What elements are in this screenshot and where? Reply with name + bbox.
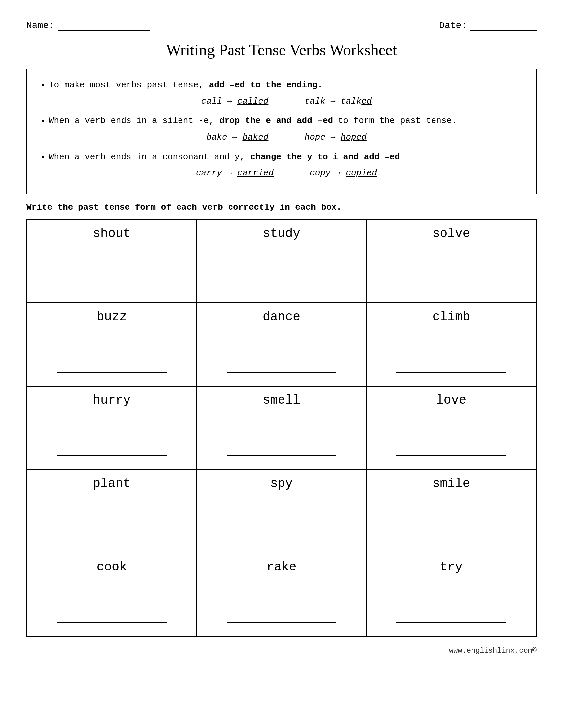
answer-line [57, 539, 166, 539]
rules-box: To make most verbs past tense, add –ed t… [26, 69, 537, 194]
table-row: cookraketry [27, 553, 536, 636]
answer-line [397, 622, 506, 623]
verb-word: buzz [34, 310, 190, 324]
verb-table: shoutstudysolvebuzzdanceclimbhurrysmelll… [26, 219, 537, 637]
table-row: shoutstudysolve [27, 219, 536, 303]
rule-2-ex1: bake → baked [206, 132, 268, 142]
verb-word: spy [204, 477, 360, 491]
verb-word: climb [373, 310, 529, 324]
rule-1: To make most verbs past tense, add –ed t… [49, 78, 524, 109]
answer-line [57, 455, 166, 456]
rule-3-examples: carry → carried copy → copied [49, 166, 524, 180]
answer-line [57, 372, 166, 373]
rule-3-ex1: carry → carried [196, 168, 273, 178]
rule-3-text: When a verb ends in a consonant and y, c… [49, 152, 400, 162]
rule-3: When a verb ends in a consonant and y, c… [49, 150, 524, 180]
answer-line [226, 372, 337, 373]
rules-list: To make most verbs past tense, add –ed t… [39, 78, 524, 180]
verb-cell: dance [197, 303, 367, 386]
verb-cell: try [366, 553, 536, 636]
name-field: Name: [26, 20, 150, 31]
answer-line [397, 289, 506, 289]
verb-cell: spy [197, 470, 367, 553]
rule-1-ex2: talk → talked [305, 96, 372, 106]
table-row: plantspysmile [27, 470, 536, 553]
answer-line [57, 289, 166, 289]
rule-2-ex2: hope → hoped [305, 132, 367, 142]
answer-line [397, 372, 506, 373]
table-row: buzzdanceclimb [27, 303, 536, 386]
verb-word: cook [34, 560, 190, 574]
verb-word: dance [204, 310, 360, 324]
verb-word: rake [204, 560, 360, 574]
answer-line [226, 622, 337, 623]
verb-cell: buzz [27, 303, 197, 386]
date-label: Date: [439, 21, 467, 31]
verb-word: study [204, 226, 360, 241]
name-label: Name: [26, 21, 54, 31]
date-line [470, 20, 537, 31]
verb-cell: solve [366, 219, 536, 303]
rule-1-examples: call → called talk → talked [49, 94, 524, 109]
verb-word: love [373, 393, 529, 407]
rule-3-ex2: copy → copied [310, 168, 377, 178]
verb-word: hurry [34, 393, 190, 407]
verb-word: plant [34, 477, 190, 491]
footer: www.englishlinx.com© [26, 647, 537, 655]
verb-word: smell [204, 393, 360, 407]
verb-table-body: shoutstudysolvebuzzdanceclimbhurrysmelll… [27, 219, 536, 636]
verb-word: try [373, 560, 529, 574]
table-row: hurrysmelllove [27, 386, 536, 470]
answer-line [226, 455, 337, 456]
answer-line [57, 622, 166, 623]
rule-2: When a verb ends in a silent -e, drop th… [49, 114, 524, 144]
rule-1-ex1: call → called [201, 96, 268, 106]
verb-cell: love [366, 386, 536, 470]
header: Name: Date: [26, 20, 537, 31]
verb-cell: rake [197, 553, 367, 636]
verb-word: solve [373, 226, 529, 241]
verb-cell: cook [27, 553, 197, 636]
verb-cell: smell [197, 386, 367, 470]
verb-cell: climb [366, 303, 536, 386]
answer-line [397, 539, 506, 539]
rule-2-text: When a verb ends in a silent -e, drop th… [49, 116, 457, 126]
page-title: Writing Past Tense Verbs Worksheet [26, 41, 537, 59]
verb-cell: plant [27, 470, 197, 553]
instructions: Write the past tense form of each verb c… [26, 203, 537, 212]
date-field: Date: [439, 20, 537, 31]
verb-word: shout [34, 226, 190, 241]
rule-2-examples: bake → baked hope → hoped [49, 130, 524, 145]
answer-line [397, 455, 506, 456]
answer-line [226, 289, 337, 289]
verb-cell: study [197, 219, 367, 303]
verb-cell: hurry [27, 386, 197, 470]
name-line [58, 20, 150, 31]
answer-line [226, 539, 337, 539]
verb-word: smile [373, 477, 529, 491]
verb-cell: smile [366, 470, 536, 553]
verb-cell: shout [27, 219, 197, 303]
rule-1-text: To make most verbs past tense, add –ed t… [49, 80, 323, 90]
